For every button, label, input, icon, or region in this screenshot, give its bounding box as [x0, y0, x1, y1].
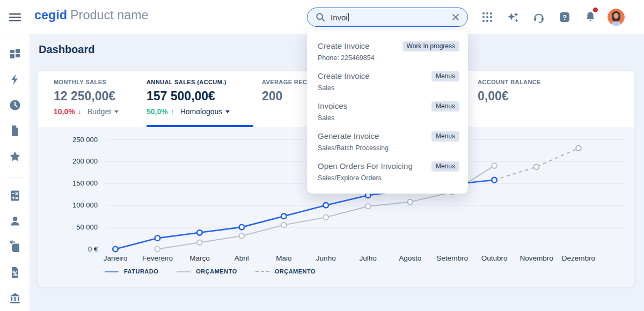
svg-text:Dezembro: Dezembro [562, 254, 595, 262]
svg-text:Maio: Maio [276, 254, 291, 262]
result-badge: Menus [431, 101, 459, 112]
help-icon[interactable]: ? [558, 11, 571, 24]
result-subtitle: Sales [318, 114, 459, 122]
search-value: Invoi [331, 13, 348, 22]
apps-grid-icon[interactable] [481, 11, 494, 24]
trend-up-icon: ↑ [171, 107, 174, 116]
result-title: Generate Invoice [318, 131, 379, 140]
chevron-down-icon [225, 110, 230, 113]
legend-item-faturado[interactable]: FATURADO [105, 268, 158, 275]
chart-legend: FATURADO ORÇAMENTO ORÇAMENTO [105, 268, 316, 275]
svg-text:0 €: 0 € [88, 245, 98, 253]
result-badge: Work in progress [402, 41, 459, 51]
svg-text:100 000: 100 000 [72, 201, 98, 209]
brand-logo: cegidProduct name [34, 8, 149, 23]
legend-label: ORÇAMENTO [275, 268, 316, 275]
svg-text:Fevereiro: Fevereiro [142, 254, 173, 262]
sidebar-item-documents[interactable] [9, 124, 21, 137]
text-cursor [348, 13, 349, 21]
svg-text:?: ? [562, 13, 567, 21]
kpi-selector-label: Budget [87, 107, 111, 116]
svg-text:Março: Março [189, 254, 210, 262]
brand-logo-text: cegid [34, 8, 67, 22]
legend-item-orcamento-forecast[interactable]: ORÇAMENTO [255, 268, 316, 275]
svg-text:Julho: Julho [360, 254, 377, 262]
result-title: Create Invoice [318, 71, 370, 80]
search-result-item[interactable]: Create Invoice Menus Sales [307, 66, 468, 97]
kpi-selector-label: Homologous [180, 107, 223, 116]
brand-product-text: Product name [70, 8, 149, 22]
page-title: Dashboard [39, 43, 94, 56]
clear-search-icon[interactable] [451, 13, 460, 21]
notification-dot [593, 8, 598, 12]
sidebar-item-contacts[interactable] [9, 214, 21, 227]
result-badge: Menus [431, 131, 459, 142]
chevron-down-icon [114, 110, 119, 113]
search-result-item[interactable]: Invoices Menus Sales [307, 97, 468, 127]
svg-text:Janeiro: Janeiro [104, 254, 127, 262]
svg-text:Novembro: Novembro [519, 254, 553, 262]
kpi-label: ACCOUNT BALANCE [478, 79, 585, 85]
legend-label: ORÇAMENTO [196, 268, 237, 275]
search-result-item[interactable]: Create Invoice Work in progress Phone: 2… [307, 36, 468, 66]
sidebar-item-taxes[interactable] [9, 266, 21, 279]
svg-text:200 000: 200 000 [72, 157, 98, 165]
sidebar-item-favorites[interactable] [9, 150, 21, 163]
sidebar-item-recent[interactable] [9, 99, 21, 112]
kpi-comparison-selector[interactable]: Homologous [180, 107, 230, 116]
result-badge: Menus [431, 161, 459, 172]
bell-icon[interactable] [584, 11, 597, 24]
legend-item-orcamento[interactable]: ORÇAMENTO [177, 268, 237, 275]
search-result-item[interactable]: Open Orders For Invoicing Menus Sales/Ex… [307, 157, 468, 187]
search-icon [315, 12, 326, 23]
sidebar-item-banking[interactable] [9, 292, 21, 305]
sidebar-item-calculator[interactable] [9, 189, 21, 202]
kpi-value: 0,00€ [478, 89, 585, 103]
svg-text:Junho: Junho [316, 254, 336, 262]
legend-swatch-gray-dashed [255, 271, 269, 272]
kpi-change: 50,0% [147, 107, 168, 116]
topbar: cegidProduct name Invoi [0, 0, 644, 34]
svg-text:Outubro: Outubro [481, 254, 508, 262]
sidebar-divider [6, 177, 24, 177]
kpi-value: 157 500,00€ [147, 89, 254, 103]
search-result-item[interactable]: Generate Invoice Menus Sales/Batch Proce… [307, 127, 468, 157]
sidebar-item-returns[interactable] [9, 240, 21, 253]
svg-text:250 000: 250 000 [72, 136, 98, 144]
legend-swatch-gray-solid [177, 271, 191, 272]
result-subtitle: Sales/Explore Orders [318, 174, 459, 182]
svg-text:Abril: Abril [235, 254, 249, 262]
kpi-label: ANNUAL SALES (ACCUM.) [147, 79, 254, 85]
result-title: Invoices [318, 101, 347, 110]
result-badge: Menus [431, 71, 459, 82]
kpi-card-account-balance[interactable]: ACCOUNT BALANCE 0,00€ [478, 79, 585, 103]
result-subtitle: Sales [318, 84, 459, 92]
search-input[interactable]: Invoi [307, 8, 468, 27]
kpi-value: 12 250,00€ [54, 89, 161, 103]
trend-down-icon: ↓ [78, 107, 82, 116]
headset-icon[interactable] [532, 11, 545, 24]
legend-swatch-blue-solid [105, 271, 119, 272]
sidebar-item-dashboard[interactable] [9, 47, 21, 60]
result-title: Create Invoice [318, 41, 370, 50]
svg-text:Setembro: Setembro [436, 254, 468, 262]
sidebar-item-quick-actions[interactable] [9, 73, 21, 86]
kpi-card-annual-sales[interactable]: ANNUAL SALES (ACCUM.) 157 500,00€ 50,0% … [147, 79, 254, 116]
avatar[interactable] [608, 9, 625, 26]
kpi-comparison-selector[interactable]: Budget [87, 107, 119, 116]
legend-label: FATURADO [124, 268, 158, 275]
search-results-dropdown: Create Invoice Work in progress Phone: 2… [307, 30, 468, 194]
kpi-label: MONTHLY SALES [54, 79, 161, 85]
kpi-card-monthly-sales[interactable]: MONTHLY SALES 12 250,00€ 10,0% ↓ Budget [54, 79, 161, 116]
kpi-change: 10,0% [54, 107, 75, 116]
menu-icon[interactable] [9, 11, 21, 24]
svg-text:Agosto: Agosto [399, 254, 421, 262]
sparkles-icon[interactable] [507, 11, 519, 24]
sidebar [0, 34, 30, 311]
result-subtitle: Phone: 225469854 [318, 54, 459, 62]
svg-text:50 000: 50 000 [76, 223, 98, 231]
result-subtitle: Sales/Batch Processing [318, 144, 459, 152]
svg-text:150 000: 150 000 [72, 179, 98, 187]
result-title: Open Orders For Invoicing [318, 161, 413, 171]
